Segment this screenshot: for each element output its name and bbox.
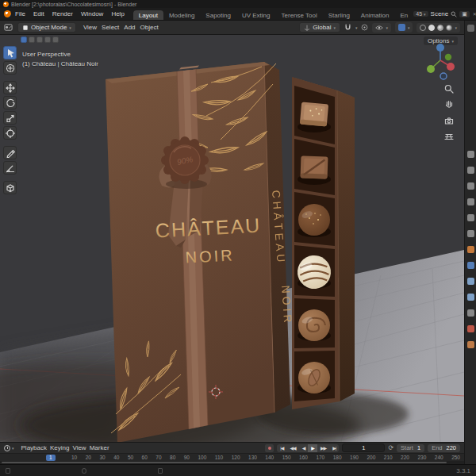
properties-tab-object[interactable] bbox=[467, 246, 474, 253]
open-chocolate-box[interactable] bbox=[292, 77, 355, 409]
tool-button-add-cube[interactable] bbox=[3, 181, 17, 194]
properties-tab-world[interactable] bbox=[467, 230, 474, 237]
workspace-tab-terense-tool[interactable]: Terense Tool bbox=[276, 10, 323, 20]
viewport-menu-item-object[interactable]: Object bbox=[138, 24, 161, 31]
gizmo-y-neg-axis[interactable] bbox=[445, 54, 451, 60]
timeline-menu-item-playback[interactable]: Playback bbox=[20, 444, 48, 451]
workspace-tab-animation[interactable]: Animation bbox=[355, 10, 395, 20]
auto-keying-button[interactable] bbox=[265, 444, 274, 452]
workspace-tab-modeling[interactable]: Modeling bbox=[163, 10, 200, 20]
closed-chocolate-box[interactable]: 90% CHÂTEAU NOIR CHÂTEAU NOIR bbox=[106, 62, 295, 442]
transform-orientation-dropdown[interactable]: Global▾ bbox=[299, 22, 340, 33]
nav-button-camera[interactable] bbox=[444, 116, 454, 125]
properties-tab-modifiers[interactable] bbox=[467, 262, 474, 269]
xray-toggle[interactable]: ▾ bbox=[395, 22, 413, 33]
tool-button-annotate[interactable] bbox=[3, 146, 17, 159]
shading-material-icon[interactable] bbox=[437, 25, 443, 31]
viewport-3d[interactable]: 90% CHÂTEAU NOIR CHÂTEAU NOIR bbox=[0, 35, 464, 442]
menu-item-edit[interactable]: Edit bbox=[29, 10, 48, 17]
properties-tab-tool[interactable] bbox=[467, 151, 474, 158]
new-scene-icon[interactable]: ▣ bbox=[459, 11, 470, 17]
search-icon[interactable] bbox=[451, 11, 457, 17]
timeline-ruler[interactable]: 1020304050607080901001101201301401501601… bbox=[0, 453, 464, 461]
timeline-scrollbar[interactable] bbox=[0, 461, 464, 464]
workspace-tab-uv-exting[interactable]: UV Exting bbox=[236, 10, 276, 20]
timeline-menu-item-keying[interactable]: Keying bbox=[48, 444, 71, 451]
properties-tab-render[interactable] bbox=[467, 167, 474, 174]
workspace-tab-layout[interactable]: Layout bbox=[133, 10, 163, 20]
unlink-scene-icon[interactable]: ✕ bbox=[472, 11, 476, 17]
navigation-gizmo[interactable] bbox=[424, 40, 456, 81]
nav-button-zoom[interactable] bbox=[444, 84, 454, 94]
shading-solid-icon[interactable] bbox=[428, 25, 435, 31]
topbar: FileEditRenderWindowHelp LayoutModelingS… bbox=[0, 8, 476, 21]
scene-browse-chip[interactable]: 45▾ bbox=[413, 11, 428, 17]
timeline-menu-item-marker[interactable]: Marker bbox=[88, 444, 111, 451]
start-frame-field[interactable]: Start1 bbox=[397, 444, 424, 452]
tool-button-scale[interactable] bbox=[3, 111, 17, 125]
nav-button-pan[interactable] bbox=[444, 100, 454, 109]
chocolate-leaf-imprint[interactable] bbox=[298, 362, 330, 393]
proportional-editing-icon[interactable] bbox=[361, 24, 368, 31]
transport-button-▶|[interactable]: ▶| bbox=[329, 444, 339, 452]
scene-name[interactable]: Scene bbox=[431, 10, 449, 17]
transport-button-◀◀[interactable]: ◀◀ bbox=[287, 444, 299, 452]
transport-button-▶▶[interactable]: ▶▶ bbox=[317, 444, 329, 452]
transport-button-▶[interactable]: ▶ bbox=[308, 444, 317, 452]
workspace-tab-sapoting[interactable]: Sapoting bbox=[200, 10, 236, 20]
properties-tab-strip bbox=[464, 21, 476, 464]
timeline-menu-item-view[interactable]: View bbox=[71, 444, 87, 451]
tool-button-move[interactable] bbox=[3, 81, 17, 94]
nav-button-perspective[interactable] bbox=[444, 132, 454, 141]
gizmo-z-axis[interactable] bbox=[436, 44, 444, 52]
end-frame-field[interactable]: End220 bbox=[428, 444, 460, 452]
tool-button-rotate[interactable] bbox=[3, 96, 17, 109]
gizmo-z-neg-axis[interactable] bbox=[440, 73, 447, 79]
viewport-mini-icon-material-shading[interactable] bbox=[36, 36, 43, 43]
menu-item-window[interactable]: Window bbox=[77, 10, 107, 17]
menu-item-render[interactable]: Render bbox=[48, 10, 77, 17]
properties-tab-texture[interactable] bbox=[467, 341, 474, 348]
properties-editor-type-icon[interactable] bbox=[467, 25, 474, 32]
timeline-editor-type-icon[interactable]: ▾ bbox=[4, 445, 14, 451]
properties-tab-output[interactable] bbox=[467, 182, 474, 190]
chocolate-dark-truffle[interactable] bbox=[298, 204, 330, 236]
viewport-mini-icon-editor-type[interactable] bbox=[21, 36, 27, 43]
tool-button-select-box[interactable] bbox=[3, 46, 17, 60]
menu-item-file[interactable]: File bbox=[11, 10, 29, 17]
transport-button-|◀[interactable]: |◀ bbox=[277, 444, 286, 452]
tool-button-cursor-3d[interactable] bbox=[3, 61, 17, 75]
menu-item-help[interactable]: Help bbox=[107, 10, 128, 17]
editor-type-icon[interactable] bbox=[4, 23, 13, 32]
properties-tab-physics[interactable] bbox=[467, 294, 474, 301]
snap-magnet-icon[interactable] bbox=[344, 24, 351, 31]
properties-tab-particles[interactable] bbox=[467, 278, 474, 285]
chocolate-milk-swirl[interactable] bbox=[298, 309, 330, 341]
tool-button-transform[interactable] bbox=[3, 126, 17, 140]
viewport-menu-item-add[interactable]: Add bbox=[121, 24, 137, 31]
viewport-mini-icon-solid-shading[interactable] bbox=[29, 36, 35, 43]
shading-wireframe-icon[interactable] bbox=[420, 25, 426, 31]
workspace-tab-starling[interactable]: Starling bbox=[323, 10, 355, 20]
properties-tab-material[interactable] bbox=[467, 325, 474, 332]
blender-menu-icon[interactable] bbox=[4, 10, 11, 17]
mode-dropdown[interactable]: Object Mode▾ bbox=[17, 22, 76, 33]
gizmo-y-axis[interactable] bbox=[427, 65, 435, 73]
viewport-mini-icon-render-shading[interactable] bbox=[44, 36, 51, 43]
viewport-mini-icon-overlays[interactable] bbox=[52, 36, 59, 43]
properties-tab-constraints[interactable] bbox=[467, 309, 474, 317]
shading-rendered-icon[interactable] bbox=[446, 25, 452, 31]
viewport-menu-item-view[interactable]: View bbox=[81, 24, 99, 31]
overlays-toggle[interactable]: ▾ bbox=[372, 23, 391, 33]
tool-button-measure[interactable] bbox=[3, 161, 17, 175]
viewport-menu-item-select[interactable]: Select bbox=[99, 24, 121, 31]
gizmo-x-axis[interactable] bbox=[447, 63, 455, 71]
chocolate-square-diagonal[interactable] bbox=[301, 155, 328, 178]
properties-tab-view-layer[interactable] bbox=[467, 198, 474, 205]
properties-tab-scene[interactable] bbox=[467, 214, 474, 221]
workspace-tab-en[interactable]: En bbox=[394, 10, 413, 20]
chocolate-square-gold-flakes[interactable] bbox=[300, 102, 328, 127]
current-frame-field[interactable]: 1 bbox=[342, 443, 385, 452]
transport-button-◀[interactable]: ◀ bbox=[299, 444, 309, 452]
sync-icon[interactable]: ⟳ bbox=[388, 444, 393, 451]
